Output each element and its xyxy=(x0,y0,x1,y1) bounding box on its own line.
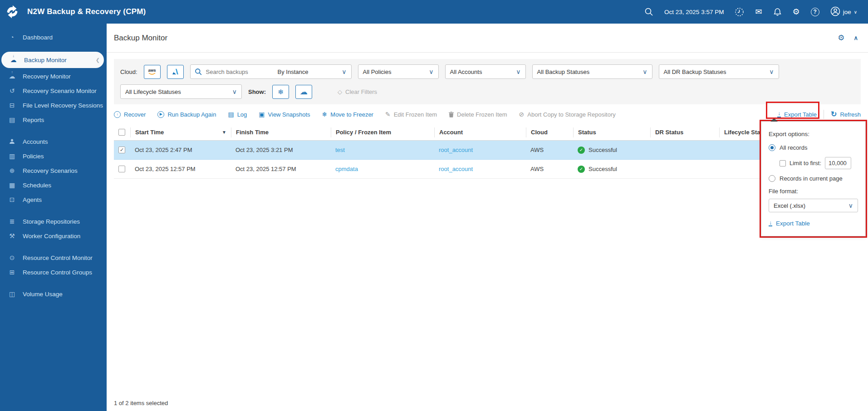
sidebar-item-accounts[interactable]: Accounts xyxy=(0,134,107,149)
mail-icon[interactable]: ✉ xyxy=(755,8,762,16)
panel-settings-gear-icon[interactable]: ⚙ xyxy=(838,33,844,43)
collapse-chevron-up-icon[interactable]: ∧ xyxy=(853,34,858,41)
azure-cloud-toggle[interactable] xyxy=(167,65,184,79)
account-link[interactable]: root_account xyxy=(439,166,473,172)
sidebar-item-policies[interactable]: ▥Policies xyxy=(0,149,107,163)
clock-icon[interactable] xyxy=(735,7,744,17)
aws-cloud-toggle[interactable]: aws xyxy=(144,65,161,79)
edit-frozen-item-button: ✎Edit Frozen Item xyxy=(385,111,437,118)
row-checkbox[interactable]: ✓ xyxy=(118,147,125,153)
sidebar-item-label: Resource Control Monitor xyxy=(23,254,93,261)
sidebar-item-resource-control-groups[interactable]: ⊞Resource Control Groups xyxy=(0,265,107,279)
account-link[interactable]: root_account xyxy=(439,147,473,153)
sidebar-item-label: File Level Recovery Sessions xyxy=(23,102,103,109)
run-backup-again-button[interactable]: ▶Run Backup Again xyxy=(157,111,216,118)
sidebar-item-volume-usage[interactable]: ◫Volume Usage xyxy=(0,287,107,301)
column-header-cloud[interactable]: Cloud xyxy=(526,127,573,137)
search-scope-dropdown[interactable]: By Instance ∨ xyxy=(275,65,351,78)
refresh-button[interactable]: ↻ Refresh xyxy=(831,111,861,118)
filter-dropdown-all-backup-statuses[interactable]: All Backup Statuses∨ xyxy=(532,64,652,79)
table-row[interactable]: ✓Oct 23, 2025 2:47 PMOct 23, 2025 3:21 P… xyxy=(114,141,861,160)
snowflake-icon: ❄ xyxy=(322,111,328,117)
sort-desc-icon[interactable]: ▼ xyxy=(222,130,226,135)
cloud-down-icon: ☁↓ xyxy=(9,57,18,63)
sidebar-item-schedules[interactable]: ▦Schedules xyxy=(0,178,107,192)
abort-copy-to-storage-repository-button: ⊘Abort Copy to Storage Repository xyxy=(519,111,616,118)
tools-icon: ⚒ xyxy=(8,233,16,239)
scroll-icon: ▥ xyxy=(8,153,16,159)
chevron-down-icon: ∨ xyxy=(848,202,853,209)
sidebar-item-file-level-recovery-sessions[interactable]: ⊟File Level Recovery Sessions xyxy=(0,98,107,113)
cell-cloud: AWS xyxy=(526,166,573,172)
person-icon xyxy=(8,138,16,145)
select-all-checkbox[interactable] xyxy=(118,129,125,136)
gear-icon[interactable]: ⚙ xyxy=(793,8,800,16)
all-records-option[interactable]: All records xyxy=(769,144,858,151)
table-row[interactable]: Oct 23, 2025 12:57 PMOct 23, 2025 12:57 … xyxy=(114,160,861,179)
column-header-start-time[interactable]: Start Time▼ xyxy=(130,127,231,137)
move-to-freezer-button[interactable]: ❄Move to Freezer xyxy=(322,111,373,118)
log-button[interactable]: ▤Log xyxy=(228,111,247,118)
clear-filters-button[interactable]: ◇ Clear Filters xyxy=(338,88,377,95)
sidebar-item-reports[interactable]: ▤Reports xyxy=(0,113,107,127)
sidebar-item-worker-configuration[interactable]: ⚒Worker Configuration xyxy=(0,229,107,243)
lifecycle-status-dropdown[interactable]: All Lifecycle Statuses ∨ xyxy=(120,84,242,99)
target-icon: ⊕ xyxy=(8,167,16,174)
view-snapshots-button[interactable]: ▣View Snapshots xyxy=(259,111,310,118)
column-header-status[interactable]: Status xyxy=(573,127,650,137)
toolbar: ↓Recover▶Run Backup Again▤Log▣View Snaps… xyxy=(107,104,868,122)
filter-dropdown-all-accounts[interactable]: All Accounts∨ xyxy=(445,64,526,79)
document-icon: ▤ xyxy=(8,117,16,123)
sidebar-item-recovery-scenario-monitor[interactable]: ↺Recovery Scenario Monitor xyxy=(0,83,107,98)
sidebar-item-recovery-scenarios[interactable]: ⊕Recovery Scenarios xyxy=(0,163,107,178)
search-icon[interactable] xyxy=(644,7,653,16)
grid-icon: ▦ xyxy=(8,182,16,188)
chevron-down-icon: ∨ xyxy=(769,68,774,75)
all-records-radio[interactable] xyxy=(769,144,775,151)
bell-icon[interactable] xyxy=(773,8,782,16)
gauge-icon: ◔ xyxy=(8,34,16,40)
sidebar-group: Accounts▥Policies⊕Recovery Scenarios▦Sch… xyxy=(0,134,107,207)
filter-dropdown-all-dr-backup-statuses[interactable]: All DR Backup Statuses∨ xyxy=(659,64,779,79)
sidebar-nav: ◔Dashboard☁↓Backup Monitor☁↑Recovery Mon… xyxy=(0,30,107,301)
sidebar-group: ◫Volume Usage xyxy=(0,287,107,301)
row-checkbox[interactable] xyxy=(118,166,125,172)
abort-icon: ⊘ xyxy=(519,111,525,117)
column-header-dr-status[interactable]: DR Status xyxy=(650,127,719,137)
current-page-option[interactable]: Records in current page xyxy=(769,175,858,182)
search-backups-control: By Instance ∨ xyxy=(190,64,352,79)
limit-value-input[interactable] xyxy=(825,157,851,169)
download-icon: ↓ xyxy=(769,220,772,226)
show-frozen-toggle[interactable]: ❄ xyxy=(272,85,289,99)
export-table-button[interactable]: ↓ Export Table xyxy=(777,111,817,118)
column-header-account[interactable]: Account xyxy=(434,127,526,137)
column-header-finish-time[interactable]: Finish Time xyxy=(231,127,331,137)
cycle-icon: ↺ xyxy=(8,88,16,94)
recover-button[interactable]: ↓Recover xyxy=(114,111,146,118)
policy-link[interactable]: test xyxy=(335,147,345,153)
monitor-icon: ⊡ xyxy=(8,196,16,203)
sidebar-item-recovery-monitor[interactable]: ☁↑Recovery Monitor xyxy=(0,69,107,83)
sidebar-item-label: Policies xyxy=(23,153,44,160)
user-menu[interactable]: joe ∨ xyxy=(830,6,857,18)
column-header-policy-frozen-item[interactable]: Policy / Frozen Item xyxy=(331,127,434,137)
sidebar-item-backup-monitor[interactable]: ☁↓Backup Monitor xyxy=(1,52,104,68)
sidebar-item-agents[interactable]: ⊡Agents xyxy=(0,192,107,207)
help-icon[interactable]: ? xyxy=(811,8,819,16)
toolbar-divider xyxy=(824,110,824,119)
filter-dropdown-all-policies[interactable]: All Policies∨ xyxy=(358,64,439,79)
filter-panel: Cloud: aws By Instance xyxy=(114,59,861,104)
sidebar-item-storage-repositories[interactable]: ≣Storage Repositories xyxy=(0,214,107,229)
export-options-title: Export options: xyxy=(769,131,858,137)
sidebar-item-dashboard[interactable]: ◔Dashboard xyxy=(0,30,107,44)
policy-link[interactable]: cpmdata xyxy=(335,166,358,172)
popup-export-table-button[interactable]: ↓ Export Table xyxy=(769,220,858,227)
search-input[interactable] xyxy=(206,68,275,75)
cell-finish-time: Oct 23, 2025 3:21 PM xyxy=(231,147,331,153)
current-page-radio[interactable] xyxy=(769,175,775,182)
sidebar-item-resource-control-monitor[interactable]: ⊙Resource Control Monitor xyxy=(0,250,107,265)
show-backups-toggle[interactable]: ☁↑ xyxy=(295,85,312,99)
limit-checkbox[interactable] xyxy=(780,160,786,166)
resource-monitor-icon: ⊙ xyxy=(8,254,16,261)
file-format-dropdown[interactable]: Excel (.xlsx) ∨ xyxy=(769,199,858,212)
